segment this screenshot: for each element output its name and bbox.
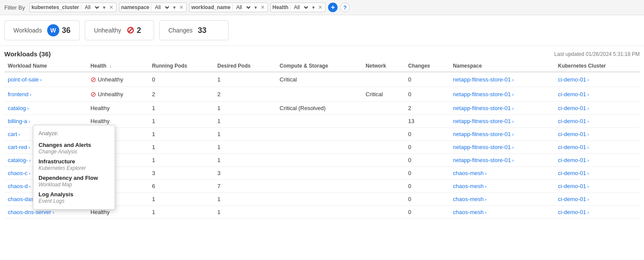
alert-icon: ⊘ (90, 75, 96, 84)
network-cell (362, 167, 405, 180)
compute-storage-cell (276, 154, 362, 167)
clear-k8s-filter[interactable]: ✕ (108, 4, 114, 10)
filter-select-ns[interactable]: All (153, 4, 171, 11)
cluster-link[interactable]: ci-demo-01 › (558, 105, 636, 111)
cluster-link[interactable]: ci-demo-01 › (558, 170, 636, 176)
clear-wl-filter[interactable]: ✕ (260, 4, 266, 10)
chevron-right-icon: › (587, 92, 589, 97)
chevron-right-icon: › (512, 92, 514, 97)
health-cell: Healthy (90, 118, 109, 124)
network-cell (362, 128, 405, 141)
summary-bar: Workloads W 36 Unhealthy ⊘ 2 Changes 33 (0, 15, 644, 46)
workload-name-link[interactable]: catalog › (8, 105, 84, 111)
namespace-link[interactable]: netapp-fitness-store-01 › (453, 144, 551, 150)
compute-storage-cell (276, 128, 362, 141)
cluster-link[interactable]: ci-demo-01 › (558, 209, 636, 215)
menu-item-dependency-flow[interactable]: Dependency and Flow Workload Map (39, 172, 115, 188)
workload-name-link[interactable]: point-of-sale › (8, 76, 84, 83)
cluster-link[interactable]: ci-demo-01 › (558, 144, 636, 150)
network-cell: Critical (362, 87, 405, 102)
table-row: frontend ›⊘ Unhealthy22Critical0netapp-f… (4, 87, 640, 102)
chevron-right-icon: › (30, 92, 32, 97)
workloads-card[interactable]: Workloads W 36 (4, 20, 80, 40)
workload-name-link[interactable]: billing-a › (8, 118, 84, 124)
desired-pods-cell: 3 (214, 167, 276, 180)
col-k8s-cluster: Kubernetes Cluster (554, 60, 640, 72)
running-pods-cell: 1 (148, 115, 214, 128)
chevron-right-icon: › (40, 77, 42, 82)
add-filter-button[interactable]: + (328, 3, 338, 12)
changes-cell: 0 (405, 87, 450, 102)
running-pods-cell: 1 (148, 193, 214, 206)
menu-item-changes-alerts-main: Changes and Alerts (39, 142, 115, 148)
workload-name-link[interactable]: chaos-dns-server › (8, 209, 84, 215)
namespace-link[interactable]: chaos-mesh › (453, 170, 551, 176)
namespace-link[interactable]: chaos-mesh › (453, 183, 551, 189)
filter-bar: Filter By kubernetes_cluster All ▼ ✕ nam… (0, 0, 644, 15)
changes-cell: 0 (405, 180, 450, 193)
clear-health-filter[interactable]: ✕ (317, 4, 323, 10)
chevron-right-icon: › (485, 184, 486, 189)
compute-storage-cell (276, 193, 362, 206)
cluster-link[interactable]: ci-demo-01 › (558, 91, 636, 98)
changes-badge: 33 (198, 26, 206, 35)
menu-item-infrastructure[interactable]: Infrastructure Kubernetes Explorer (39, 156, 115, 172)
workload-name-link[interactable]: frontend › (8, 91, 84, 98)
filter-key-wl: workload_name (191, 4, 233, 10)
cluster-link[interactable]: ci-demo-01 › (558, 76, 636, 83)
menu-item-infrastructure-sub: Kubernetes Explorer (39, 165, 115, 171)
desired-pods-cell: 1 (214, 154, 276, 167)
network-cell (362, 102, 405, 115)
filter-key-k8s: kubernetes_cluster (32, 4, 81, 10)
running-pods-cell: 0 (148, 72, 214, 87)
menu-item-dependency-flow-sub: Workload Map (39, 182, 115, 188)
menu-item-changes-alerts[interactable]: Changes and Alerts Change Analysis (39, 139, 115, 156)
col-health[interactable]: Health ↓ (87, 60, 148, 72)
namespace-link[interactable]: netapp-fitness-store-01 › (453, 91, 551, 98)
filter-namespace[interactable]: namespace All ▼ ✕ (119, 3, 187, 12)
filter-select-k8s[interactable]: All (83, 4, 100, 11)
namespace-link[interactable]: netapp-fitness-store-01 › (453, 76, 551, 83)
cluster-link[interactable]: ci-demo-01 › (558, 131, 636, 137)
changes-card[interactable]: Changes 33 (159, 20, 229, 40)
namespace-link[interactable]: netapp-fitness-store-01 › (453, 118, 551, 124)
health-cell: Healthy (90, 105, 109, 111)
chevron-right-icon: › (29, 119, 30, 124)
clear-ns-filter[interactable]: ✕ (178, 4, 184, 10)
chevron-right-icon: › (512, 145, 514, 150)
chevron-right-icon: › (29, 171, 31, 176)
filter-select-health[interactable]: All (292, 4, 309, 11)
namespace-link[interactable]: netapp-fitness-store-01 › (453, 105, 551, 111)
col-network: Network (362, 60, 405, 72)
compute-storage-cell (276, 180, 362, 193)
running-pods-cell: 1 (148, 128, 214, 141)
desired-pods-cell: 1 (214, 72, 276, 87)
network-cell (362, 180, 405, 193)
unhealthy-card[interactable]: Unhealthy ⊘ 2 (85, 20, 154, 40)
cluster-link[interactable]: ci-demo-01 › (558, 196, 636, 202)
help-button[interactable]: ? (340, 3, 350, 12)
menu-item-log-analysis[interactable]: Log Analysis Event Logs (39, 188, 115, 205)
namespace-link[interactable]: netapp-fitness-store-01 › (453, 157, 551, 163)
namespace-link[interactable]: chaos-mesh › (453, 209, 551, 215)
chevron-right-icon: › (512, 77, 514, 82)
filter-kubernetes-cluster[interactable]: kubernetes_cluster All ▼ ✕ (29, 3, 116, 12)
menu-item-dependency-flow-main: Dependency and Flow (39, 175, 115, 181)
chevron-right-icon: › (52, 210, 54, 215)
filter-workload-name[interactable]: workload_name All ▼ ✕ (189, 3, 268, 12)
chevron-right-icon: › (485, 197, 486, 202)
changes-cell: 13 (405, 115, 450, 128)
changes-cell: 2 (405, 102, 450, 115)
cluster-link[interactable]: ci-demo-01 › (558, 183, 636, 189)
col-namespace: Namespace (450, 60, 555, 72)
filter-health[interactable]: Health All ▼ ✕ (270, 3, 326, 12)
chevron-right-icon: › (29, 158, 31, 163)
chevron-right-icon: › (587, 77, 589, 82)
cluster-link[interactable]: ci-demo-01 › (558, 118, 636, 124)
filter-select-wl[interactable]: All (235, 4, 252, 11)
chevron-right-icon: › (587, 197, 589, 202)
namespace-link[interactable]: netapp-fitness-store-01 › (453, 131, 551, 137)
cluster-link[interactable]: ci-demo-01 › (558, 157, 636, 163)
namespace-link[interactable]: chaos-mesh › (453, 196, 551, 202)
changes-cell: 0 (405, 128, 450, 141)
